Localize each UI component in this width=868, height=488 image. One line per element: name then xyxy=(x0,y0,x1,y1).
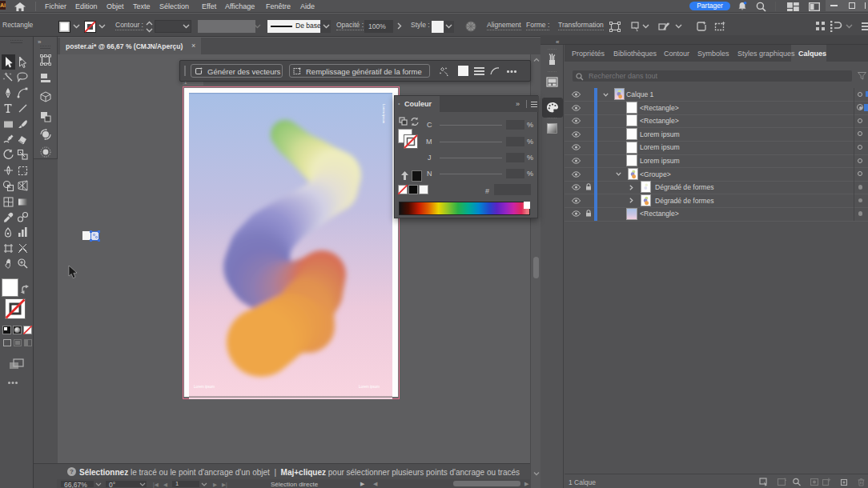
svg-text:Lorem ipsum: Lorem ipsum xyxy=(382,104,386,124)
svg-text:Lorem ipsum: Lorem ipsum xyxy=(194,385,215,389)
svg-text:Lorem ipsum: Lorem ipsum xyxy=(359,385,380,389)
